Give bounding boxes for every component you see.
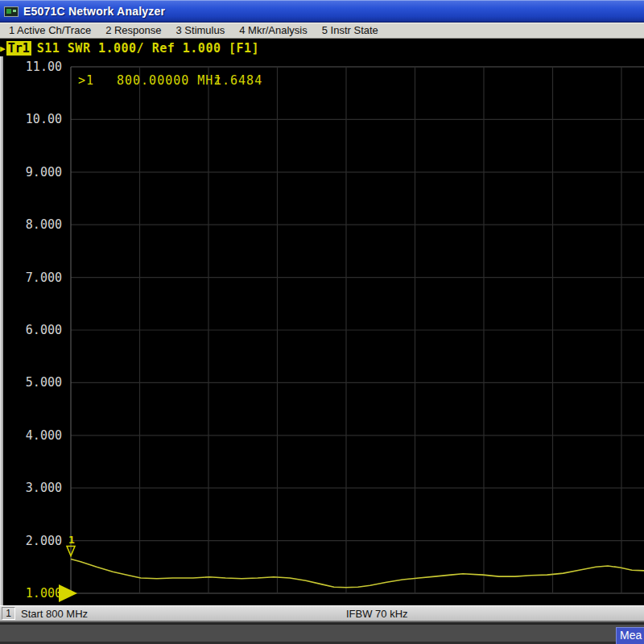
- marker-readout-frequency: 800.00000 MHz: [117, 73, 221, 88]
- y-tick-label: 9.000: [26, 165, 62, 180]
- y-tick-label: 6.000: [26, 323, 62, 337]
- y-tick-label: 1.000: [26, 586, 62, 601]
- y-tick-label: 11.00: [26, 60, 62, 74]
- y-tick-label: 8.000: [26, 217, 62, 232]
- menu-instr-state[interactable]: 5 Instr State: [315, 23, 386, 38]
- analyzer-screen: ▶ Tr1 S11 SWR 1.000/ Ref 1.000 [F1] 11.0…: [0, 39, 644, 605]
- trace-name-chip[interactable]: Tr1: [6, 41, 31, 56]
- channel-number-box: 1: [2, 607, 15, 620]
- swr-trace: [71, 559, 644, 588]
- y-tick-label: 10.00: [26, 112, 62, 126]
- menu-stimulus[interactable]: 3 Stimulus: [169, 23, 233, 38]
- instrument-status-bar: Mea: [0, 622, 644, 644]
- window-left-border: [0, 56, 3, 605]
- y-tick-label: 3.000: [26, 481, 62, 495]
- menu-response[interactable]: 2 Response: [98, 23, 168, 38]
- menu-bar: 1 Active Ch/Trace 2 Response 3 Stimulus …: [0, 23, 644, 39]
- window-titlebar: E5071C Network Analyzer: [0, 0, 644, 23]
- y-tick-label: 7.000: [26, 270, 62, 285]
- active-trace-arrow-icon: ▶: [0, 43, 6, 54]
- ifbw-label: IFBW 70 kHz: [346, 608, 408, 620]
- graph-area: 11.0010.009.0008.0007.0006.0005.0004.000…: [0, 39, 644, 605]
- menu-mkr-analysis[interactable]: 4 Mkr/Analysis: [232, 23, 315, 38]
- marker-1-number: 1: [68, 534, 75, 546]
- app-icon-glyph: [6, 9, 11, 14]
- marker-readout-value: 1.6484: [214, 73, 262, 88]
- y-tick-label: 4.000: [26, 428, 62, 443]
- start-frequency-label: Start 800 MHz: [21, 608, 88, 620]
- menu-active-ch-trace[interactable]: 1 Active Ch/Trace: [2, 23, 98, 38]
- channel-status-bar: 1 Start 800 MHz IFBW 70 kHz: [0, 605, 644, 622]
- meas-status-badge: Mea: [616, 627, 644, 644]
- marker-readout-number: >1: [78, 73, 94, 88]
- app-icon-glyph2: [13, 10, 16, 12]
- app-icon: [4, 6, 19, 17]
- trace-format-text: S11 SWR 1.000/ Ref 1.000 [F1]: [37, 41, 259, 56]
- reference-level-icon: [59, 584, 77, 602]
- window-title: E5071C Network Analyzer: [23, 5, 165, 18]
- y-tick-label: 2.000: [26, 534, 62, 548]
- y-tick-label: 5.000: [26, 375, 62, 390]
- trace-status-line: ▶ Tr1 S11 SWR 1.000/ Ref 1.000 [F1]: [0, 40, 259, 56]
